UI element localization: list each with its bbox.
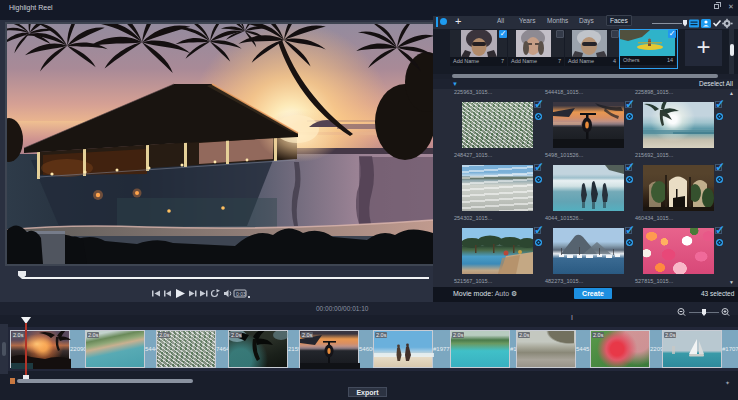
svg-text:0:03: 0:03 bbox=[236, 291, 246, 297]
